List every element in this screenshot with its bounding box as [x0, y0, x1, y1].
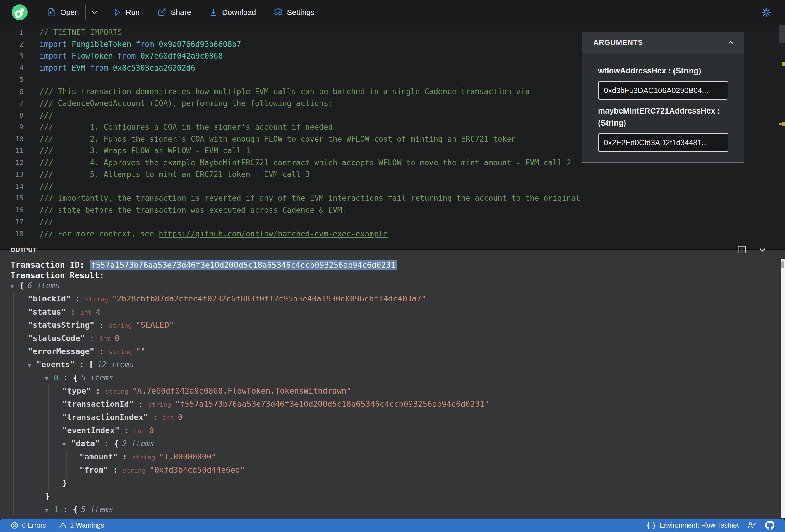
code-line-13[interactable]: 13/// 5. Attempts to mint an ERC721 toke… [0, 169, 779, 181]
run-play-icon [112, 8, 122, 17]
editor-scrollbar-thumb[interactable] [779, 25, 785, 43]
line-number: 17 [0, 216, 23, 228]
tree-row-3: "statusString" : string "SEALED" [0, 319, 773, 332]
open-dropdown-button[interactable] [90, 8, 99, 17]
expand-arrow-icon[interactable]: ▼ [45, 372, 54, 385]
tree-row-12: ▼"data" : {2 items [0, 437, 773, 450]
tree-va: "2b28cbfb87da2cfec4f0232c6f883f0f12c95b3… [112, 294, 426, 303]
flow-logo[interactable] [12, 4, 27, 20]
argument-input-1[interactable] [598, 133, 728, 152]
tree-va: 0 [149, 426, 154, 435]
warnings-status[interactable]: 2 Warnings [59, 522, 104, 529]
output-title: OUTPUT [10, 246, 36, 253]
tree-co: : [58, 373, 73, 382]
tree-co: : [100, 439, 114, 448]
tree-row-7: ▼0 : {5 items [0, 371, 773, 384]
code-token: /// CadenceOwnedAccount (COA), performin… [40, 99, 333, 108]
errors-status[interactable]: 0 Errors [10, 522, 46, 529]
errors-count: 0 Errors [22, 522, 46, 529]
code-line-18[interactable]: 18/// For more context, see https://gith… [0, 228, 779, 240]
tree-va: "f557a1573b76aa53e73d46f3e10d200d5c18a65… [175, 400, 489, 408]
warnings-count: 2 Warnings [70, 522, 104, 529]
tree-va: "0xfd3b4cd50d44e6ed" [150, 465, 245, 474]
code-text: /// Importantly, the transaction is reve… [40, 192, 580, 204]
code-line-15[interactable]: 15/// Importantly, the transaction is re… [0, 192, 779, 204]
argument-input-0[interactable] [598, 81, 728, 100]
code-token: 0x9a0766d93b6608b7 [159, 40, 241, 49]
code-token: /// state before the transaction was exe… [40, 206, 347, 214]
line-number: 11 [0, 145, 23, 157]
toolbar: Open Run Share [0, 0, 785, 25]
line-number: 5 [0, 74, 23, 86]
code-token: from [85, 64, 113, 72]
split-editor-icon[interactable] [737, 245, 747, 255]
collapse-output-chevron-icon[interactable] [758, 245, 767, 255]
output-scrollbar-track[interactable] [781, 259, 785, 518]
tree-co: : [75, 360, 89, 369]
code-line-16[interactable]: 16/// state before the transaction was e… [0, 204, 779, 216]
code-token: /// 2. Funds the signer's COA with enoug… [40, 135, 516, 144]
tree-ty: string [85, 296, 112, 303]
chevron-up-icon[interactable] [726, 38, 735, 47]
expand-arrow-icon[interactable]: ▼ [10, 280, 19, 293]
code-token: EVM [72, 64, 85, 72]
tree-br: { [114, 439, 119, 448]
tree-ky: "statusString" [28, 321, 95, 329]
code-link[interactable]: https://github.com/onflow/batched-evm-ex… [159, 229, 388, 238]
tree-row-6: ▼"events" : [12 items [0, 358, 773, 371]
tree-va: "SEALED" [136, 321, 174, 329]
tree-co: : [134, 400, 148, 408]
code-token: from [131, 40, 159, 49]
open-button[interactable]: Open [47, 8, 79, 17]
status-bar: 0 Errors 2 Warnings { } Environment: Flo… [0, 518, 785, 532]
code-text: /// 4. Approves the example MaybeMintERC… [40, 157, 571, 169]
tree-ky: "statusCode" [28, 334, 85, 343]
expand-arrow-icon[interactable]: ▼ [28, 359, 36, 372]
code-text: /// state before the transaction was exe… [40, 204, 347, 216]
download-button[interactable]: Download [209, 8, 256, 17]
accessibility-person-icon[interactable] [748, 522, 756, 529]
tree-co: : [71, 294, 85, 303]
code-token: /// This transaction demonstrates how mu… [40, 87, 530, 96]
tree-it: 5 items [81, 505, 113, 514]
transaction-id-label: Transaction ID: [10, 260, 90, 270]
code-token: /// [40, 218, 53, 226]
line-number: 4 [0, 62, 23, 74]
indent-guide [14, 292, 14, 515]
result-tree: ▼{6 items"blockId" : string "2b28cbfb87d… [0, 279, 773, 516]
line-number: 8 [0, 109, 23, 122]
arguments-header[interactable]: ARGUMENTS [582, 32, 744, 53]
code-token: 0x8c5303eaa26202d6 [113, 64, 195, 72]
tree-it: 12 items [97, 360, 134, 369]
code-text: import EVM from 0x8c5303eaa26202d6 [40, 62, 195, 74]
error-icon [10, 522, 19, 529]
settings-label: Settings [287, 8, 314, 17]
tree-ty: string [148, 401, 175, 408]
tree-co: : [120, 426, 134, 435]
expand-arrow-icon[interactable]: ▼ [45, 504, 54, 517]
environment-status[interactable]: { } Environment: Flow Testnet [647, 521, 739, 529]
tree-co: : [108, 465, 123, 474]
code-line-14[interactable]: 14/// [0, 181, 779, 193]
code-line-17[interactable]: 17/// [0, 216, 779, 228]
tree-va: 0 [178, 413, 182, 422]
share-button[interactable]: Share [157, 8, 191, 17]
transaction-id-value[interactable]: f557a1573b76aa53e73d46f3e10d200d5c18a653… [90, 260, 397, 270]
tree-ix: 0 [54, 373, 58, 382]
tree-ky: "events" [36, 360, 75, 369]
expand-arrow-icon[interactable]: ▼ [62, 438, 71, 451]
tree-br: } [45, 491, 50, 501]
tree-ky: "transactionId" [62, 400, 134, 408]
tree-row-16: } [0, 489, 773, 503]
theme-toggle-button[interactable] [761, 7, 771, 18]
output-scrollbar-thumb[interactable] [782, 261, 784, 268]
indent-guide [66, 451, 67, 479]
tree-row-2: "status" : int 4 [0, 305, 773, 319]
settings-button[interactable]: Settings [273, 8, 314, 17]
arguments-panel: ARGUMENTS wflowAddressHex : (String)mayb… [582, 32, 744, 163]
editor-overview-ruler[interactable] [779, 25, 785, 249]
tree-ky: "eventIndex" [62, 426, 120, 435]
run-button[interactable]: Run [112, 8, 140, 17]
tree-ty: int [162, 414, 178, 422]
github-icon[interactable] [765, 521, 775, 530]
